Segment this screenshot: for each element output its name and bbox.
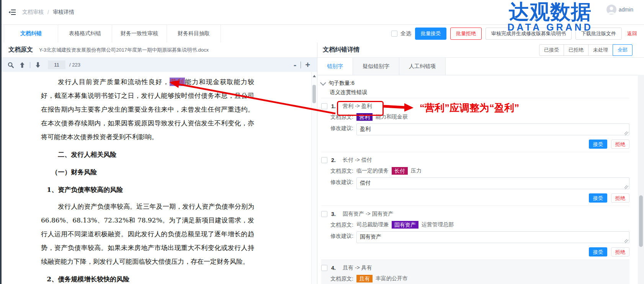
select-all-checkbox[interactable]: 全选 xyxy=(391,30,411,37)
doc-paragraph: 发行人目前资产质量和流动性良好，营利能力和现金获取能力较好，截至本募集说明书签订… xyxy=(41,75,254,144)
error-type-tabs: 错别字 疑似错别字 人工纠错项 xyxy=(317,58,644,75)
suggestion-label: 修改建议: xyxy=(330,123,353,133)
resize-handle-icon[interactable] xyxy=(624,239,628,243)
document-page: 发行人目前资产质量和流动性良好，营利能力和现金获取能力较好，截至本募集说明书签订… xyxy=(2,72,312,284)
tab-manual-corrections[interactable]: 人工纠错项 xyxy=(399,58,446,75)
tab-table-format-correction[interactable]: 表格格式纠错 xyxy=(58,25,112,42)
checkbox-icon[interactable] xyxy=(391,31,397,37)
context-before: 司总裁助理兼 xyxy=(356,221,389,228)
select-all-label: 全选 xyxy=(400,30,411,37)
suggestion-label: 修改建议: xyxy=(330,177,353,187)
context-after: 丰富的公开市 xyxy=(376,275,408,282)
zoom-out-button[interactable]: - xyxy=(294,61,296,69)
annotation-text: “营利”应调整为“盈利” xyxy=(420,101,519,115)
error-item: 2. 长付 -> 偿付 文档原文: 临一定的债务 长付 压力 修改建议: 接受 … xyxy=(321,152,629,206)
original-text-label: 文档原文: xyxy=(330,220,353,229)
tab-typos[interactable]: 错别字 xyxy=(317,58,353,75)
main-tabstrip: 文档纠错 表格格式纠错 财务一致性审核 财务科目抽取 全选 批量接受 批量拒绝 … xyxy=(2,24,644,43)
zoom-divider xyxy=(301,62,301,68)
suggestion-input[interactable] xyxy=(356,123,629,135)
batch-reject-button[interactable]: 批量拒绝 xyxy=(450,28,482,40)
reject-button[interactable]: 拒绝 xyxy=(611,247,629,256)
breadcrumb-root[interactable]: 文档审核 xyxy=(22,9,44,16)
suggestion-row: 修改建议: xyxy=(330,177,629,191)
sidebar-collapse-icon[interactable] xyxy=(8,8,17,17)
error-term-highlight: 且有 xyxy=(356,275,373,282)
suggestion-input[interactable] xyxy=(356,231,629,243)
prev-page-icon[interactable] xyxy=(18,61,26,69)
window-edge xyxy=(0,0,2,284)
error-item-header: 4. 且有 -> 具有 xyxy=(321,263,629,273)
document-filename: Y-3北京城建投资发展股份有限公司2017年度第一期中期票据募集说明书.docx xyxy=(39,47,209,54)
reject-button[interactable]: 拒绝 xyxy=(611,140,629,149)
error-item: 4. 且有 -> 具有 文档原文: 且有 丰富的公开市 修改建议: 接受 拒绝 xyxy=(321,260,629,284)
next-page-icon[interactable] xyxy=(34,61,42,69)
status-filter-group: 已接受 已拒绝 未处理 全部 xyxy=(539,44,633,56)
error-item-checkbox[interactable] xyxy=(321,211,327,217)
error-items-container: 1. 营利 -> 盈利 文档原文: 营利 能力和现金获 修改建议: 接受 拒绝 … xyxy=(321,98,629,284)
batch-accept-button[interactable]: 批量接受 xyxy=(415,28,446,40)
error-panel-header: 文档纠错详情 已接受 已拒绝 未处理 全部 xyxy=(317,42,644,58)
scrollbar-thumb[interactable] xyxy=(312,85,316,103)
context-after: 压力 xyxy=(411,167,422,174)
resize-handle-icon[interactable] xyxy=(624,131,628,135)
error-list-scrollbar[interactable] xyxy=(638,75,644,284)
tab-doc-correction[interactable]: 文档纠错 xyxy=(4,25,58,42)
download-annotated-button[interactable]: 下载批注版文件 xyxy=(575,28,622,40)
item-actions: 接受 拒绝 xyxy=(321,193,629,203)
zoom-in-button[interactable]: + xyxy=(305,61,310,69)
error-item: 3. 固有资产 -> 国有资产 文档原文: 司总裁助理兼 固有资产 运营管理总部… xyxy=(321,206,629,260)
suggestion-label: 修改建议: xyxy=(330,231,353,240)
tab-financial-consistency-review[interactable]: 财务一致性审核 xyxy=(112,25,167,42)
error-item-index: 2. xyxy=(331,157,337,163)
username: admin xyxy=(619,6,633,13)
accept-button[interactable]: 接受 xyxy=(589,193,607,203)
error-term-highlight: 长付 xyxy=(392,167,408,175)
error-item-checkbox[interactable] xyxy=(321,157,327,163)
suggestion-row: 修改建议: xyxy=(330,231,629,245)
doc-highlighted-term[interactable]: 营利 xyxy=(170,78,185,86)
filter-all[interactable]: 全部 xyxy=(613,44,633,56)
context-before: 临一定的债务 xyxy=(356,167,389,174)
breadcrumb-current: 审核详情 xyxy=(53,9,74,16)
suggestion-row: 修改建议: xyxy=(330,123,629,137)
collapse-caret-icon[interactable] xyxy=(320,80,326,86)
document-scrollbar[interactable] xyxy=(311,72,317,284)
error-category: 语义连贯性错误 xyxy=(330,89,367,96)
scroll-up-icon[interactable] xyxy=(313,75,316,77)
filter-accepted[interactable]: 已接受 xyxy=(539,44,564,56)
original-text-row: 文档原文: 司总裁助理兼 固有资产 运营管理总部 xyxy=(330,220,629,229)
user-menu[interactable]: admin xyxy=(606,5,633,15)
error-detail-panel: 文档纠错详情 已接受 已拒绝 未处理 全部 错别字 疑似错别字 人工纠错项 句子… xyxy=(317,42,644,284)
accept-button[interactable]: 接受 xyxy=(589,247,607,256)
back-button[interactable]: 返回 xyxy=(626,28,639,39)
suggestion-input[interactable] xyxy=(356,177,629,189)
filter-unprocessed[interactable]: 未处理 xyxy=(588,44,613,56)
user-avatar-icon xyxy=(606,5,616,15)
breadcrumb: 文档审核 / 审核详情 xyxy=(22,9,74,16)
original-text-label: 文档原文: xyxy=(330,274,353,283)
error-item-correction: 长付 -> 偿付 xyxy=(343,157,372,164)
error-item-checkbox[interactable] xyxy=(321,103,327,109)
page-total: / 223 xyxy=(69,62,80,68)
error-term-highlight: 固有资产 xyxy=(392,221,418,229)
doc-paragraph: 发行人的资产负债率较高。近三年及一期，发行人资产负债率分别为 66.86%、68… xyxy=(41,200,254,268)
finish-review-button[interactable]: 审核完成并生成修改版募集说明书 xyxy=(485,28,572,40)
error-item-correction: 且有 -> 具有 xyxy=(343,265,372,271)
reject-button[interactable]: 拒绝 xyxy=(611,193,629,203)
error-item-header: 3. 固有资产 -> 国有资产 xyxy=(321,209,629,219)
topbar: 文档审核 / 审核详情 admin xyxy=(2,0,644,24)
document-panel: 文档原文 Y-3北京城建投资发展股份有限公司2017年度第一期中期票据募集说明书… xyxy=(2,42,317,284)
original-text-row: 文档原文: 临一定的债务 长付 压力 xyxy=(330,166,629,175)
tab-suspected-typos[interactable]: 疑似错别字 xyxy=(353,58,399,75)
resize-handle-icon[interactable] xyxy=(624,185,628,189)
scrollbar-thumb[interactable] xyxy=(639,195,643,247)
page-number-input[interactable]: 11 xyxy=(48,60,65,69)
accept-button[interactable]: 接受 xyxy=(589,140,607,149)
filter-rejected[interactable]: 已拒绝 xyxy=(564,44,588,56)
error-item-index: 4. xyxy=(331,265,337,271)
doc-paragraph: （一）财务风险 xyxy=(41,165,254,179)
search-icon[interactable] xyxy=(7,61,15,69)
tab-financial-subject-extraction[interactable]: 财务科目抽取 xyxy=(167,25,221,42)
error-item-checkbox[interactable] xyxy=(321,265,327,271)
